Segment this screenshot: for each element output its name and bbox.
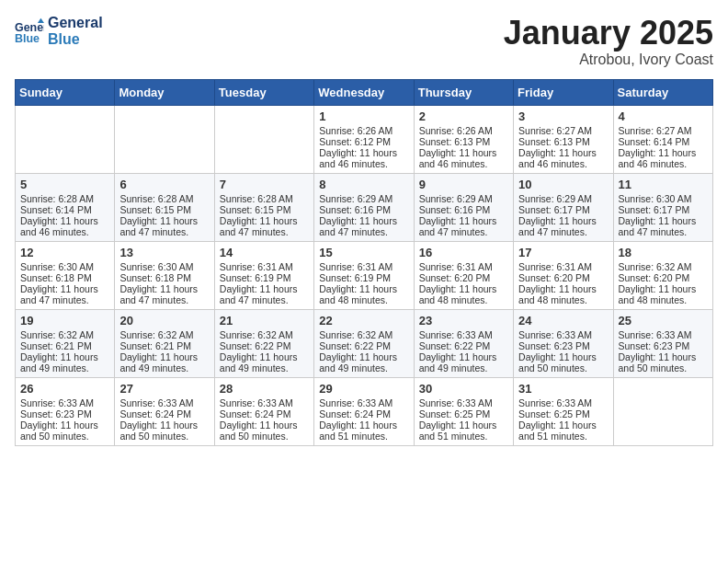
daylight-text: Daylight: 11 hours and 48 minutes.	[419, 283, 497, 305]
sunrise-text: Sunrise: 6:27 AM	[518, 125, 592, 136]
sunset-text: Sunset: 6:13 PM	[419, 136, 491, 147]
sunset-text: Sunset: 6:23 PM	[20, 408, 92, 419]
sunset-text: Sunset: 6:18 PM	[119, 272, 191, 283]
sunrise-text: Sunrise: 6:33 AM	[119, 397, 193, 408]
day-number: 22	[319, 314, 408, 327]
sunset-text: Sunset: 6:17 PM	[619, 204, 690, 215]
calendar-week-row: 12 Sunrise: 6:30 AM Sunset: 6:18 PM Dayl…	[16, 241, 713, 309]
day-number: 28	[220, 382, 309, 396]
sunset-text: Sunset: 6:13 PM	[518, 136, 590, 147]
calendar-cell: 12 Sunrise: 6:30 AM Sunset: 6:18 PM Dayl…	[16, 241, 115, 309]
sunset-text: Sunset: 6:14 PM	[20, 204, 92, 215]
sunset-text: Sunset: 6:22 PM	[319, 340, 391, 351]
weekday-header: Thursday	[414, 79, 513, 105]
calendar-cell: 29 Sunrise: 6:33 AM Sunset: 6:24 PM Dayl…	[314, 377, 414, 445]
sunrise-text: Sunrise: 6:32 AM	[119, 329, 193, 340]
month-title: January 2025	[504, 15, 713, 52]
sunset-text: Sunset: 6:15 PM	[119, 204, 191, 215]
day-number: 14	[220, 246, 309, 259]
calendar-cell: 2 Sunrise: 6:26 AM Sunset: 6:13 PM Dayli…	[414, 105, 513, 173]
daylight-text: Daylight: 11 hours and 49 minutes.	[220, 351, 298, 373]
sunrise-text: Sunrise: 6:32 AM	[319, 329, 392, 340]
calendar-cell: 8 Sunrise: 6:29 AM Sunset: 6:16 PM Dayli…	[314, 173, 414, 241]
sunset-text: Sunset: 6:16 PM	[419, 204, 491, 215]
calendar-cell: 20 Sunrise: 6:32 AM Sunset: 6:21 PM Dayl…	[115, 309, 214, 377]
page-header: General Blue General Blue January 2025 A…	[15, 15, 713, 68]
sunset-text: Sunset: 6:19 PM	[319, 272, 391, 283]
sunrise-text: Sunrise: 6:33 AM	[220, 397, 293, 408]
calendar-cell: 16 Sunrise: 6:31 AM Sunset: 6:20 PM Dayl…	[414, 241, 513, 309]
sunrise-text: Sunrise: 6:26 AM	[319, 125, 392, 136]
day-number: 25	[619, 314, 708, 327]
daylight-text: Daylight: 11 hours and 51 minutes.	[518, 419, 597, 442]
calendar-cell	[16, 105, 115, 173]
sunset-text: Sunset: 6:25 PM	[518, 408, 590, 419]
day-number: 17	[518, 246, 608, 259]
daylight-text: Daylight: 11 hours and 46 minutes.	[518, 147, 597, 169]
sunset-text: Sunset: 6:22 PM	[220, 340, 291, 351]
day-number: 2	[419, 109, 508, 123]
day-number: 16	[419, 246, 508, 259]
daylight-text: Daylight: 11 hours and 51 minutes.	[319, 419, 397, 442]
logo-text-blue: Blue	[48, 31, 103, 48]
calendar-cell: 26 Sunrise: 6:33 AM Sunset: 6:23 PM Dayl…	[16, 377, 115, 445]
day-number: 26	[20, 382, 109, 396]
daylight-text: Daylight: 11 hours and 47 minutes.	[419, 215, 497, 237]
weekday-header: Monday	[115, 79, 214, 105]
sunset-text: Sunset: 6:20 PM	[619, 272, 690, 283]
calendar-week-row: 1 Sunrise: 6:26 AM Sunset: 6:12 PM Dayli…	[16, 105, 713, 173]
sunrise-text: Sunrise: 6:30 AM	[20, 261, 94, 272]
calendar-cell: 5 Sunrise: 6:28 AM Sunset: 6:14 PM Dayli…	[16, 173, 115, 241]
calendar-cell: 13 Sunrise: 6:30 AM Sunset: 6:18 PM Dayl…	[115, 241, 214, 309]
day-number: 23	[419, 314, 508, 327]
location-title: Atrobou, Ivory Coast	[504, 52, 713, 68]
day-number: 10	[518, 178, 608, 191]
day-number: 6	[119, 178, 209, 191]
sunset-text: Sunset: 6:24 PM	[220, 408, 291, 419]
sunset-text: Sunset: 6:18 PM	[20, 272, 92, 283]
weekday-header: Saturday	[613, 79, 712, 105]
calendar-cell	[115, 105, 214, 173]
day-number: 29	[319, 382, 408, 396]
daylight-text: Daylight: 11 hours and 47 minutes.	[619, 215, 697, 237]
calendar-cell: 9 Sunrise: 6:29 AM Sunset: 6:16 PM Dayli…	[414, 173, 513, 241]
day-number: 21	[220, 314, 309, 327]
sunset-text: Sunset: 6:23 PM	[619, 340, 690, 351]
sunrise-text: Sunrise: 6:31 AM	[220, 261, 293, 272]
calendar-cell	[613, 377, 712, 445]
calendar-week-row: 19 Sunrise: 6:32 AM Sunset: 6:21 PM Dayl…	[16, 309, 713, 377]
daylight-text: Daylight: 11 hours and 46 minutes.	[319, 147, 397, 169]
sunrise-text: Sunrise: 6:33 AM	[20, 397, 94, 408]
sunset-text: Sunset: 6:12 PM	[319, 136, 391, 147]
calendar-cell: 30 Sunrise: 6:33 AM Sunset: 6:25 PM Dayl…	[414, 377, 513, 445]
sunrise-text: Sunrise: 6:31 AM	[319, 261, 392, 272]
sunset-text: Sunset: 6:25 PM	[419, 408, 491, 419]
daylight-text: Daylight: 11 hours and 47 minutes.	[319, 215, 397, 237]
calendar-week-row: 5 Sunrise: 6:28 AM Sunset: 6:14 PM Dayli…	[16, 173, 713, 241]
logo: General Blue General Blue	[15, 15, 103, 48]
sunset-text: Sunset: 6:20 PM	[518, 272, 590, 283]
sunrise-text: Sunrise: 6:33 AM	[518, 329, 592, 340]
sunset-text: Sunset: 6:16 PM	[319, 204, 391, 215]
daylight-text: Daylight: 11 hours and 50 minutes.	[518, 351, 597, 373]
daylight-text: Daylight: 11 hours and 47 minutes.	[220, 283, 298, 305]
calendar-cell: 17 Sunrise: 6:31 AM Sunset: 6:20 PM Dayl…	[514, 241, 613, 309]
calendar-cell: 4 Sunrise: 6:27 AM Sunset: 6:14 PM Dayli…	[613, 105, 712, 173]
daylight-text: Daylight: 11 hours and 51 minutes.	[419, 419, 497, 442]
sunrise-text: Sunrise: 6:33 AM	[419, 329, 493, 340]
day-number: 7	[220, 178, 309, 191]
daylight-text: Daylight: 11 hours and 47 minutes.	[119, 215, 198, 237]
daylight-text: Daylight: 11 hours and 48 minutes.	[518, 283, 597, 305]
daylight-text: Daylight: 11 hours and 50 minutes.	[20, 419, 98, 442]
daylight-text: Daylight: 11 hours and 47 minutes.	[119, 283, 198, 305]
calendar-cell: 24 Sunrise: 6:33 AM Sunset: 6:23 PM Dayl…	[514, 309, 613, 377]
day-number: 4	[619, 109, 708, 123]
calendar-cell: 25 Sunrise: 6:33 AM Sunset: 6:23 PM Dayl…	[613, 309, 712, 377]
day-number: 3	[518, 109, 608, 123]
calendar-table: SundayMondayTuesdayWednesdayThursdayFrid…	[15, 79, 713, 446]
calendar-cell: 18 Sunrise: 6:32 AM Sunset: 6:20 PM Dayl…	[613, 241, 712, 309]
daylight-text: Daylight: 11 hours and 49 minutes.	[20, 351, 98, 373]
day-number: 27	[119, 382, 209, 396]
daylight-text: Daylight: 11 hours and 46 minutes.	[419, 147, 497, 169]
sunrise-text: Sunrise: 6:33 AM	[319, 397, 392, 408]
